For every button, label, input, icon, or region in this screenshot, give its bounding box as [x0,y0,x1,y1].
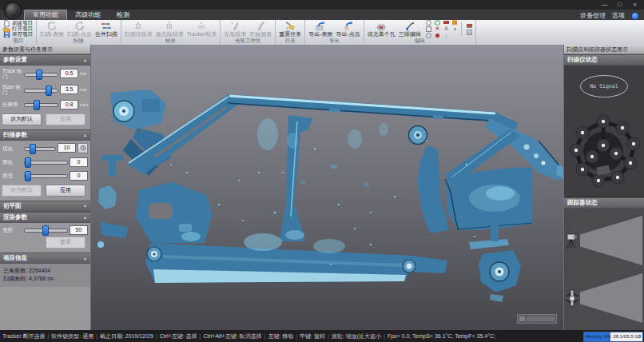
status-hint-zoom: 滚轮: 缩放(近大远小 [332,332,381,340]
close-button[interactable]: × [627,0,642,10]
lighting-row: 光照 50 [0,223,90,237]
ribbon-tab-row: 常用功能 高级功能 检测 设备管理 选项 [0,10,644,20]
status-bar: Tracker 断开连接 | 软件锁类型: 通用 | 截止日期: 2019/12… [0,330,644,342]
edit-3d-button[interactable]: 三维编辑 [397,20,423,38]
tracker-target-graphic [565,102,642,198]
laser-calibration-button[interactable]: 激光线校准 [154,20,185,38]
help-icon[interactable] [631,12,639,20]
probe-calibration-button[interactable]: 光笔校准 [222,20,248,38]
fill-hole-icon [376,21,387,31]
status-hint-deselect: Ctrl+Alt+左键: 取消选择 [203,332,261,340]
ribbon-group-calibration: 扫描仪校准 激光线校准 Tracker校准 校准 [121,20,221,45]
decimate-slider[interactable] [24,157,68,166]
tab-advanced-functions[interactable]: 高级功能 [67,10,109,20]
merge-scans-icon [101,21,112,31]
tab-common-functions[interactable]: 常用功能 [24,10,67,20]
tracker-calibration-icon [196,21,207,31]
optimize-value[interactable]: 10 [58,143,76,153]
status-hint-rotate: 中键: 旋转 [300,332,325,340]
scanner-calibration-icon [133,21,144,31]
section-header-scanner-status[interactable]: 扫描仪状态 [564,54,644,66]
viewport-3d[interactable] [91,45,563,330]
scan-area-value: 4.3766 m² [29,276,54,281]
status-hint-select: Ctrl+左键: 选择 [160,332,197,340]
section-header-tracker-status[interactable]: 跟踪器状态 [564,197,644,209]
export-pointcloud-button[interactable]: 导出-点云 [335,20,362,38]
section-header-render-params[interactable]: 渲染参数 ▲ [0,212,90,223]
set-default-button[interactable]: 设为默认 [2,185,42,197]
mesh-tool-icon[interactable] [465,29,474,35]
right-panel-title: 扫描仪和跟踪器状态显示 [564,45,644,54]
set-default-button[interactable]: 设为默认 [2,113,42,125]
collapse-icon: ▲ [83,215,87,220]
start-measure-button[interactable]: 开始测量 [248,20,273,38]
rect-select-icon[interactable] [424,26,433,32]
tracker-calibration-button[interactable]: Tracker校准 [185,20,218,38]
fill-hole-button[interactable]: 填充单个孔 [366,20,397,38]
ribbon-toolbar: 新建项目 打开项目 保存项目 项目 扫描-表面 [0,20,644,46]
track-shutter-value[interactable]: 0.5 [60,69,78,78]
patch-tool-icon[interactable] [465,22,474,29]
start-measure-icon [255,21,266,31]
clipboard-icon[interactable] [451,19,459,26]
scanner-calibration-button[interactable]: 扫描仪校准 [123,20,154,38]
track-shutter-row: Track 快门 0.5 ms [0,66,90,82]
apply-button[interactable]: 应用 [46,185,85,197]
tracker-camera-icon [566,231,578,250]
erase-selection-icon[interactable] [442,19,451,26]
collapse-icon: ▲ [83,256,87,260]
lighting-slider[interactable] [24,225,68,234]
section-header-clip-plane[interactable]: 切平面 ▼ [0,201,90,212]
parameters-panel: 参数设置与任务显示 参数设置 ▲ Track 快门 0.5 ms Scan 快门… [0,45,91,330]
ribbon-group-label: 任务 [276,38,304,44]
edit-3d-icon [404,21,415,31]
track-shutter-slider[interactable] [24,70,58,78]
delete-selection-icon[interactable]: × [433,26,442,32]
scan-model-graphic [91,45,563,330]
app-menu-button[interactable] [4,2,22,19]
application-window: — □ × 常用功能 高级功能 检测 设备管理 选项 新建项目 [0,0,644,342]
status-hint-move: 左键: 移动 [268,332,293,340]
ribbon-group-label: 光笔工作区 [221,38,275,44]
annotate-icon[interactable]: A [442,26,451,32]
section-header-parameters[interactable]: 参数设置 ▲ [0,54,90,66]
reset-task-button[interactable]: 重置任务 [277,20,303,38]
device-manager-menu[interactable]: 设备管理 [580,11,606,20]
tracker-device-icon [566,288,578,308]
resolution-value[interactable]: 0.8 [60,100,78,109]
status-fps-temp: Fps= 0.0; TempS= 36.1°C; TempF= 35.4°C; [388,333,495,339]
fill-value[interactable]: 0 [70,171,88,181]
scan-shutter-slider[interactable] [24,86,58,94]
options-menu[interactable]: 选项 [612,11,625,20]
decimate-value[interactable]: 0 [70,157,88,167]
edit-tools-grid-2 [465,22,474,35]
apply-button[interactable]: 应用 [46,113,85,125]
tab-inspection[interactable]: 检测 [109,10,137,20]
lighting-value[interactable]: 50 [70,225,88,235]
ribbon-group-export: 导出-表面 导出-点云 导出 [305,20,364,45]
ribbon-group-label: 扫描 [37,38,121,44]
point-tool-icon[interactable] [451,26,459,32]
scan-pointcloud-icon [74,21,85,31]
export-surface-button[interactable]: 导出-表面 [307,20,334,38]
scan-surface-button[interactable]: 扫描-表面 [38,20,66,38]
scan-pointcloud-button[interactable]: 扫描-点云 [66,20,93,38]
section-header-scan-params[interactable]: 扫描参数 ▲ [0,129,90,141]
reset-render-button[interactable]: 重置 [46,237,85,249]
section-header-project-info[interactable]: 项目信息 ▲ [0,253,90,264]
left-panel-title: 参数设置与任务显示 [0,45,90,54]
ribbon-group-label: 导出 [305,38,364,44]
optimize-slider[interactable] [24,144,56,153]
fill-slider[interactable] [24,171,68,180]
ribbon-group-label: 校准 [121,38,220,44]
resolution-slider[interactable] [24,100,58,109]
merge-scans-button[interactable]: 合并扫描 [93,20,119,38]
save-project-button[interactable]: 保存项目 [2,32,34,38]
ribbon-group-probe-workspace: 光笔校准 开始测量 光笔工作区 [221,20,276,45]
status-license-type: 软件锁类型: 通用 [51,332,93,340]
minimize-button[interactable]: — [597,0,612,10]
scan-shutter-value[interactable]: 3.5 [60,85,78,94]
optimize-auto-button[interactable] [78,143,88,153]
maximize-button[interactable]: □ [612,0,627,10]
lasso-select-icon[interactable] [424,19,433,26]
